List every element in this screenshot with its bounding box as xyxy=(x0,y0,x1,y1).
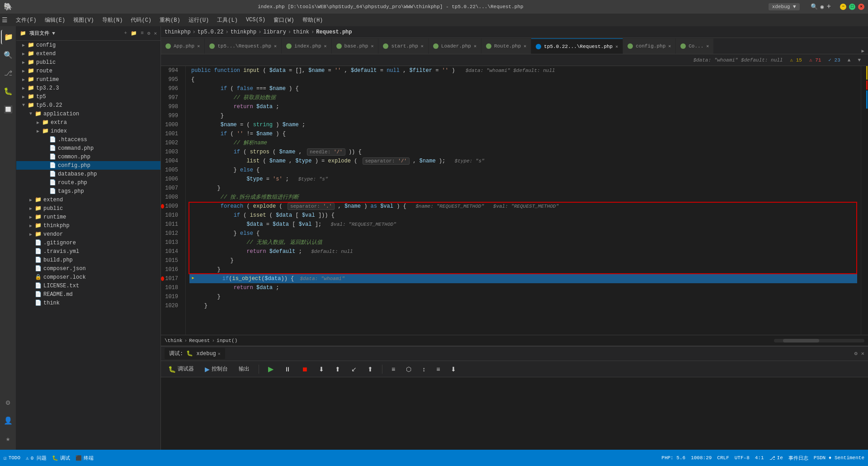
tab-close-btn[interactable]: ✕ xyxy=(706,43,709,49)
debug-hex-btn[interactable]: ⬡ xyxy=(402,364,415,374)
tab-app-php[interactable]: App.php ✕ xyxy=(161,38,205,54)
tree-item-route-php[interactable]: ▶ 📄 route.php xyxy=(16,178,160,187)
tree-item-tp5022[interactable]: ▼ 📁 tp5.0.22 xyxy=(16,101,160,109)
status-eol[interactable]: CRLF xyxy=(717,455,729,461)
tree-item-config[interactable]: ▶ 📁 config xyxy=(16,41,160,49)
status-indent[interactable]: 4:1 xyxy=(755,455,764,461)
tab-start-php[interactable]: start.php ✕ xyxy=(378,38,428,54)
path-tp5022[interactable]: tp5.0.22 xyxy=(198,29,224,35)
debug-resume-btn[interactable]: ▶ xyxy=(264,363,277,375)
tree-item-public[interactable]: ▶ 📁 public xyxy=(16,58,160,67)
tree-item-public2[interactable]: ▶ 📁 public xyxy=(16,204,160,213)
tree-item-htaccess[interactable]: ▶ 📄 .htaccess xyxy=(16,135,160,144)
path-library[interactable]: library xyxy=(263,29,286,35)
horizontal-scrollbar[interactable] xyxy=(774,339,864,342)
activity-user[interactable]: 👤 xyxy=(1,414,15,428)
menu-edit[interactable]: 编辑(E) xyxy=(41,15,69,25)
tab-request-active[interactable]: tp5.0.22...\Request.php ✕ xyxy=(531,38,623,54)
debug-down-btn[interactable]: ⬇ xyxy=(447,364,460,374)
status-problems[interactable]: ⚠ 0 问题 xyxy=(26,455,47,461)
tree-item-runtime[interactable]: ▶ 📁 runtime xyxy=(16,75,160,84)
tree-item-config-php[interactable]: ▶ 📄 config.php xyxy=(16,161,160,170)
tab-close-btn[interactable]: ✕ xyxy=(274,43,277,49)
debug-stop-btn[interactable]: ⏹ xyxy=(298,364,311,374)
breadcrumb-think[interactable]: \think xyxy=(165,338,183,343)
status-event-log[interactable]: 事件日志 xyxy=(788,455,808,461)
tree-item-runtime2[interactable]: ▶ 📁 runtime xyxy=(16,213,160,221)
activity-explorer[interactable]: 📁 xyxy=(1,30,15,44)
tree-item-tp323[interactable]: ▶ 📁 tp3.2.3 xyxy=(16,84,160,92)
close-button[interactable]: ✕ xyxy=(858,4,864,10)
minimize-button[interactable]: − xyxy=(840,4,846,10)
tree-item-tags[interactable]: ▶ 📄 tags.php xyxy=(16,187,160,195)
mark-count[interactable]: ✓ 23 xyxy=(828,57,840,63)
tab-close-btn[interactable]: ✕ xyxy=(474,43,476,49)
tab-route[interactable]: Route.php ✕ xyxy=(481,38,531,54)
activity-settings[interactable]: ⚙ xyxy=(1,395,15,410)
debug-step-into-btn[interactable]: ⬆ xyxy=(331,364,344,374)
menu-code[interactable]: 代码(C) xyxy=(127,15,155,25)
tab-tp5-request[interactable]: tp5...\Request.php ✕ xyxy=(205,38,282,54)
sidebar-new-folder-icon[interactable]: 📁 xyxy=(131,30,137,36)
debug-btn-console[interactable]: ▶ 控制台 xyxy=(201,364,231,374)
debug-content[interactable] xyxy=(161,377,868,450)
tree-item-thinkphp[interactable]: ▶ 📁 thinkphp xyxy=(16,221,160,230)
tree-item-extra[interactable]: ▶ 📁 extra xyxy=(16,118,160,127)
tab-co[interactable]: Co... ✕ xyxy=(676,38,714,54)
tree-item-composer-json[interactable]: ▶ 📄 composer.json xyxy=(16,264,160,273)
menu-run[interactable]: 运行(U) xyxy=(185,15,213,25)
tab-index-php[interactable]: index.php ✕ xyxy=(282,38,331,54)
status-todo[interactable]: ☑ TODO xyxy=(4,455,20,461)
tab-close-btn[interactable]: ✕ xyxy=(668,43,671,49)
debug-btn-output[interactable]: 输出 xyxy=(235,364,253,374)
sidebar-collapse-icon[interactable]: ≡ xyxy=(141,30,144,36)
tree-item-tp5[interactable]: ▶ 📁 tp5 xyxy=(16,92,160,101)
debug-close-icon[interactable]: ✕ xyxy=(861,350,864,357)
tree-item-build[interactable]: ▶ 📄 build.php xyxy=(16,256,160,264)
debug-step-out-btn[interactable]: ↙ xyxy=(348,364,360,374)
tree-item-extend2[interactable]: ▶ 📁 extend xyxy=(16,195,160,204)
scroll-tabs-right[interactable]: ▶ xyxy=(858,48,868,54)
tree-item-readme[interactable]: ▶ 📄 README.md xyxy=(16,290,160,299)
scrollbar-thumb[interactable] xyxy=(783,339,819,342)
menu-tools[interactable]: 工具(L) xyxy=(213,15,241,25)
sidebar-close-icon[interactable]: ✕ xyxy=(154,30,157,36)
menu-view[interactable]: 视图(V) xyxy=(70,15,98,25)
debug-tab-close[interactable]: ✕ xyxy=(218,351,221,357)
tree-item-vendor[interactable]: ▶ 📁 vendor xyxy=(16,230,160,238)
tab-loader[interactable]: Loader.php ✕ xyxy=(429,38,481,54)
breadcrumb-input[interactable]: input() xyxy=(217,338,237,343)
status-encoding[interactable]: UTF-8 xyxy=(735,455,750,461)
status-cursor[interactable]: 1008:29 xyxy=(691,455,712,461)
path-think[interactable]: think xyxy=(293,29,309,35)
tree-item-index[interactable]: ▶ 📁 index xyxy=(16,127,160,135)
menu-refactor[interactable]: 重构(B) xyxy=(156,15,184,25)
menu-help[interactable]: 帮助(H) xyxy=(299,15,327,25)
tree-item-route[interactable]: ▶ 📁 route xyxy=(16,67,160,75)
sidebar-settings-icon[interactable]: ⚙ xyxy=(147,30,151,36)
sidebar-new-file-icon[interactable]: + xyxy=(124,30,127,36)
path-request[interactable]: Request.php xyxy=(316,29,352,35)
breadcrumb-request[interactable]: Request xyxy=(189,338,210,343)
menu-file[interactable]: 文件(F) xyxy=(12,15,40,25)
toolbar-icons[interactable]: 🔍 ◉ + xyxy=(811,3,831,11)
tab-close-btn[interactable]: ✕ xyxy=(197,43,200,49)
maximize-button[interactable]: □ xyxy=(849,4,855,10)
tree-item-database[interactable]: ▶ 📄 database.php xyxy=(16,170,160,178)
debug-run-cursor-btn[interactable]: ⬆ xyxy=(364,364,377,374)
fold-icon[interactable]: ▲ xyxy=(848,57,851,63)
status-terminal[interactable]: ⬛ 终端 xyxy=(75,455,94,461)
status-git-branch[interactable]: ⎇ Ie xyxy=(769,455,783,461)
debug-btn-debugger[interactable]: 🐛 调试器 xyxy=(165,364,198,374)
warning-count[interactable]: ⚠ 15 xyxy=(790,57,802,63)
debug-filter-btn[interactable]: ≡ xyxy=(433,364,443,374)
tab-base-php[interactable]: base.php ✕ xyxy=(332,38,379,54)
activity-extensions[interactable]: 🔲 xyxy=(1,102,15,117)
tree-item-gitignore[interactable]: ▶ 📄 .gitignore xyxy=(16,238,160,247)
activity-debug[interactable]: 🐛 xyxy=(1,84,15,99)
activity-star[interactable]: ★ xyxy=(1,432,15,446)
code-content[interactable]: public function input ( $data = [], $nam… xyxy=(186,66,861,335)
tab-close-btn[interactable]: ✕ xyxy=(324,43,327,49)
menu-nav[interactable]: 导航(N) xyxy=(99,15,127,25)
tree-item-license[interactable]: ▶ 📄 LICENSE.txt xyxy=(16,281,160,290)
